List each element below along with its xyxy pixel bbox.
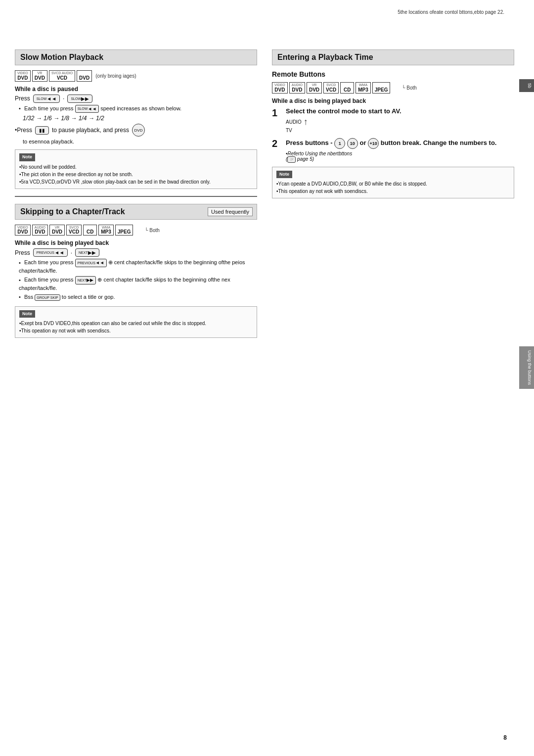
- section1-press-row2: •Press ▮▮ to pause playback, and press D…: [15, 124, 257, 137]
- right-condition: While a disc is being played back: [272, 97, 514, 104]
- step1-number: 1: [272, 107, 282, 119]
- speed-sequence: 1/32 → 1/6 → 1/8 → 1/4 → 1/2: [23, 115, 257, 122]
- section2-press-row: Press PREVIOUS ◄◄ · NEXT ▶▶: [15, 248, 257, 257]
- num10-btn[interactable]: 10: [347, 138, 358, 149]
- audio-row: AUDIO ↑: [286, 117, 308, 127]
- slow-right-btn[interactable]: SLOW ▶▶: [67, 94, 92, 103]
- section2-badges: VIDEO DVD AUDIO DVD VR DVD SVCD VCD: [15, 225, 257, 236]
- rbadge-dvd-video: VIDEO DVD: [272, 82, 288, 94]
- step2-ref: •Referto Using the nbertbttons: [286, 151, 514, 156]
- badge2-jpeg: JPEG: [115, 225, 134, 236]
- rbadge-dvd-audio: AUDIO DVD: [289, 82, 305, 94]
- next-btn[interactable]: NEXT ▶▶: [75, 248, 99, 257]
- prev-btn[interactable]: PREVIOUS ◄◄: [33, 248, 68, 257]
- rbadge-jpeg: JPEG: [372, 82, 391, 94]
- sidebar-tab-1: 5b: [519, 79, 534, 92]
- section2-header: Skipping to a Chapter/Track Used frequen…: [15, 204, 257, 220]
- step1-title: Select the control mode to start to AV.: [286, 107, 514, 115]
- section1-header: Slow Motion Playback: [15, 49, 257, 65]
- section1-press-row: Press SLOW ◄◄ · SLOW ▶▶: [15, 94, 257, 103]
- bullet1-1: Each time you press SLOW◄◄ speed increas…: [19, 105, 257, 113]
- badge2-mp3-wma: WMA MP3: [98, 225, 114, 236]
- section1-content: While a disc is paused Press SLOW ◄◄ · S…: [15, 86, 257, 145]
- badge-dvd: DVD: [77, 70, 92, 82]
- badge2-vcd-svcd: SVCD VCD: [66, 225, 82, 236]
- section1-note: Note •No sound will be podded. •The pict…: [15, 149, 257, 189]
- page-number: 8: [503, 734, 507, 741]
- note1-item3: •5ra VCD,SVCD,orDVD VR ,slow otion play-…: [19, 178, 253, 186]
- tv-row: TV: [286, 128, 292, 133]
- press-resume: to esennoa playback.: [23, 139, 257, 144]
- main-columns: Slow Motion Playback VIDEO DVD VR DVD SV…: [0, 49, 534, 342]
- section2-condition: While a disc is being played back: [15, 239, 257, 246]
- rbadge-dvd-vr: VR DVD: [307, 82, 322, 94]
- note1-item2: •The pict otion in the eese direction ay…: [19, 171, 253, 178]
- badge-vcd-svcd: SVCD AUDIO VCD: [49, 70, 75, 82]
- up-arrow-icon: ↑: [304, 117, 308, 127]
- step2-number: 2: [272, 138, 282, 149]
- badge2-dvd-video: VIDEO DVD: [15, 225, 31, 236]
- right-note-header: Note: [276, 171, 292, 179]
- step2: 2 Press buttons - 1 10 or +10 button bre…: [272, 138, 514, 163]
- audio-label: AUDIO: [286, 119, 302, 125]
- right-column: Entering a Playback Time Remote Buttons …: [272, 49, 514, 342]
- num1-btn[interactable]: 1: [334, 138, 345, 149]
- step1-content: Select the control mode to start to AV. …: [286, 107, 514, 135]
- next-inline-btn[interactable]: NEXT▶▶: [75, 276, 96, 284]
- page-wrapper: 5the locations ofeate contol bttons,ebto…: [0, 0, 534, 756]
- right-section1-title: Entering a Playback Time: [277, 53, 373, 61]
- slow-btn-inline[interactable]: SLOW◄◄: [75, 105, 99, 113]
- slow-left-btn[interactable]: SLOW ◄◄: [33, 94, 60, 103]
- section2-badge-note: └ Both: [144, 228, 159, 233]
- page-ref-icon: ☞: [287, 156, 296, 163]
- badge-dvd-video: VIDEO DVD: [15, 70, 31, 82]
- section2-title: Skipping to a Chapter/Track: [20, 207, 125, 216]
- right-badge-note: └ Both: [401, 85, 416, 91]
- section1-condition: While a disc is paused: [15, 86, 257, 93]
- pause-btn[interactable]: ▮▮: [35, 126, 49, 135]
- step2-ref-page: (☞ page 5): [286, 156, 514, 163]
- section2-bullet1: Each time you press PREVIOUS◄◄ ⊕ cent ch…: [19, 259, 257, 275]
- tv-label: TV: [286, 128, 292, 133]
- section-divider: [15, 196, 257, 197]
- num10plus-btn[interactable]: +10: [368, 138, 379, 149]
- section2-bullet2: Each time you press NEXT▶▶ ⊕ cent chapte…: [19, 276, 257, 292]
- note2-item1: •Exept bra DVD VIDEO,this opeation can a…: [19, 320, 253, 327]
- top-note: 5the locations ofeate contol bttons,ebto…: [398, 9, 504, 16]
- group-skip-btn[interactable]: GROUP SKIP: [35, 294, 60, 301]
- right-section1-subtitle: Remote Buttons: [272, 70, 514, 78]
- section1-title: Slow Motion Playback: [20, 53, 103, 61]
- dvd-btn[interactable]: DVD: [132, 124, 145, 137]
- left-column: Slow Motion Playback VIDEO DVD VR DVD SV…: [15, 49, 257, 342]
- section1-badges: VIDEO DVD VR DVD SVCD AUDIO VCD DVD (onl…: [15, 70, 257, 82]
- step2-content: Press buttons - 1 10 or +10 button break…: [286, 138, 514, 163]
- rbadge-cd: CD: [340, 82, 354, 94]
- section2-bullet3: Bss GROUP SKIP to select a title or gop.: [19, 293, 257, 301]
- right-section1-header: Entering a Playback Time: [272, 49, 514, 65]
- rbadge-vcd-svcd: SVCD VCD: [323, 82, 339, 94]
- step1: 1 Select the control mode to start to AV…: [272, 107, 514, 135]
- badge-dvd-vr: VR DVD: [32, 70, 47, 82]
- note2-item2: •This opeation ay not wok with soendiscs…: [19, 327, 253, 334]
- press-label-1: Press: [15, 95, 30, 102]
- audio-tv-indicator: AUDIO ↑ TV: [286, 117, 514, 133]
- badge2-dvd-vr: VR DVD: [49, 225, 65, 236]
- badge2-cd: CD: [83, 225, 97, 236]
- right-note-item1: •Ycan opeate a DVD AUDIO,CD,BW, or B0 wh…: [276, 180, 510, 188]
- note-header-1: Note: [19, 153, 35, 161]
- top-note-text: 5the locations ofeate contol bttons,ebto…: [398, 9, 504, 15]
- right-section1-badges: VIDEO DVD AUDIO DVD VR DVD SVCD VCD: [272, 82, 514, 94]
- section2-note: Note •Exept bra DVD VIDEO,this opeation …: [15, 306, 257, 338]
- note-header-2: Note: [19, 310, 35, 318]
- used-frequently-label: Used frequently: [208, 207, 253, 216]
- section2-content: While a disc is being played back Press …: [15, 239, 257, 301]
- section1-badge-note: (only broing iages): [95, 73, 136, 79]
- right-note: Note •Ycan opeate a DVD AUDIO,CD,BW, or …: [272, 167, 514, 199]
- sidebar-tab-2: Using the buttons: [519, 346, 534, 389]
- right-note-item2: •This opeation ay not wok with soendiscs…: [276, 188, 510, 195]
- rbadge-mp3-wma: WMA MP3: [356, 82, 371, 94]
- step2-title: Press buttons - 1 10 or +10 button break…: [286, 138, 514, 149]
- prev-inline-btn[interactable]: PREVIOUS◄◄: [75, 259, 107, 267]
- note1-item1: •No sound will be podded.: [19, 163, 253, 171]
- badge2-dvd-audio: AUDIO DVD: [32, 225, 48, 236]
